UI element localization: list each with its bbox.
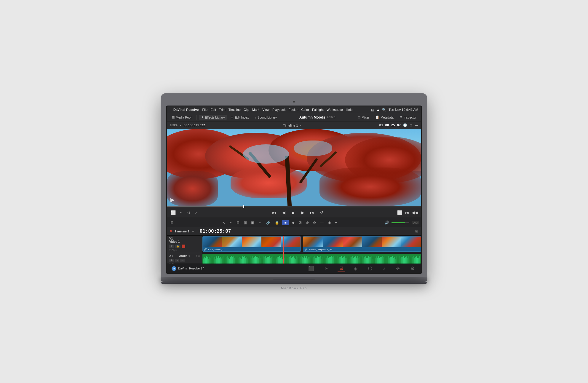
timeline-zoom-slider[interactable]: — [319,220,325,225]
menu-trim[interactable]: Trim [219,108,226,111]
svg-rect-27 [232,257,233,264]
media-pool-btn[interactable]: ▦ Media Pool [169,115,194,120]
menu-clip[interactable]: Clip [244,108,249,111]
media-pool-icon: ▦ [172,115,175,119]
svg-rect-152 [368,256,369,264]
menu-view[interactable]: View [262,108,269,111]
svg-rect-80 [290,256,291,264]
overwrite-btn[interactable]: ▣ [250,220,255,225]
tab-fusion[interactable]: ◈ [352,265,359,272]
zoom-fit-btn[interactable]: ⊠ [298,220,303,225]
workspace-tabs[interactable]: ⬛ ✂ ⊟ ◈ ⬡ ♪ ✈ ⚙ [306,265,416,272]
audio-clip-1[interactable]: // Generate waveform bars inline via scr… [202,254,421,264]
clock-display: Tue Nov 10 9:41 AM [389,108,418,111]
track-lock-btn[interactable]: 🔒 [175,245,180,248]
go-to-start-btn[interactable]: ⏮ [271,209,277,216]
audio-solo-btn[interactable]: S [175,259,179,262]
blade-tool-btn[interactable]: ✂ [228,220,234,225]
flag-btn[interactable]: ■ [282,220,289,225]
stop-btn[interactable]: ■ [290,209,296,216]
replace-btn[interactable]: ↔ [257,220,263,225]
progress-handle[interactable] [243,205,244,208]
menu-fusion[interactable]: Fusion [289,108,298,111]
svg-rect-37 [243,257,244,264]
viewer-options-icon[interactable]: ⊞ [410,123,412,127]
track-color-btn[interactable] [182,245,185,248]
video-clip-1[interactable]: 🔗 Intro_Series_1 [202,236,301,252]
link-btn[interactable]: 🔗 [265,220,272,225]
mixer-btn[interactable]: ⊞ Mixer [355,115,372,120]
play-btn[interactable]: ▶ [299,209,306,216]
effects-library-btn[interactable]: ✦ Effects Library [199,115,227,120]
menu-file[interactable]: File [202,108,207,111]
tab-settings[interactable]: ⚙ [409,265,416,272]
viewer-layout-btn[interactable]: ⬜ [396,209,403,216]
metadata-icon: 📋 [375,115,379,119]
loop-btn[interactable]: ↺ [318,209,325,216]
timeline-tab-name[interactable]: Timeline 1 [175,229,189,233]
timeline-add-btn[interactable]: + [192,229,194,234]
nav-next-btn[interactable]: ▷ [193,209,199,216]
svg-rect-188 [408,258,408,264]
tab-edit[interactable]: ⊟ [338,265,345,272]
menu-fairlight[interactable]: Fairlight [312,108,324,111]
inspector-btn[interactable]: ⚙ Inspector [397,115,419,120]
viewer-more-icon[interactable]: ••• [415,124,418,127]
track-eye-btn[interactable]: 👁 [169,245,174,248]
zoom-dropdown-icon[interactable]: ▾ [180,124,181,127]
menu-playback[interactable]: Playback [272,108,286,111]
monitor-btn[interactable]: ⬜ [170,209,176,216]
viewer-topbar-left: 100% ▾ 00:00:29:22 [170,123,205,127]
menu-edit[interactable]: Edit [210,108,216,111]
timecode-settings-icon[interactable]: 🕐 [403,123,407,127]
nav-prev-btn[interactable]: ◁ [185,209,192,216]
snapping-btn[interactable]: ◆ [291,220,296,225]
edit-index-btn[interactable]: ☰ Edit Index [228,115,251,120]
tab-deliver[interactable]: ✈ [394,265,402,272]
grid-view-btn[interactable]: ⊟ [169,220,175,225]
timeline-close-btn[interactable]: ✕ [170,229,172,233]
volume-slider[interactable] [392,222,409,223]
add-keyframe-btn[interactable]: + [334,220,338,225]
menu-timeline[interactable]: Timeline [229,108,241,111]
tab-color[interactable]: ⬡ [366,265,374,272]
menu-color[interactable]: Color [301,108,309,111]
lock-btn[interactable]: 🔒 [274,220,280,225]
svg-rect-58 [266,258,267,264]
tab-media[interactable]: ⬛ [306,265,316,272]
dynamic-trim-btn[interactable]: ⊞ [235,220,241,225]
timeline-expand-btn[interactable]: ⊞ [415,229,418,233]
tab-cut[interactable]: ✂ [323,265,330,272]
volume-fill [392,222,405,223]
menu-items[interactable]: File Edit Trim Timeline Clip Mark View P… [202,108,352,111]
thumb-2f [401,237,421,247]
audio-track-eye-btn[interactable]: 👁 [169,259,174,262]
play-next-btn[interactable]: ⏭ [309,209,315,216]
play-prev-btn[interactable]: ◀ [280,209,287,216]
monitor-dropdown-btn[interactable]: ▾ [178,209,184,216]
svg-rect-198 [418,258,419,264]
select-tool-btn[interactable]: ↖ [221,220,226,225]
play-overlay-btn[interactable]: ▶ [170,197,175,203]
insert-btn[interactable]: ▦ [242,220,248,225]
menu-workspace[interactable]: Workspace [327,108,343,111]
cinema-btn[interactable]: ◀◀ [412,209,418,216]
sound-library-btn[interactable]: ♪ Sound Library [252,115,279,120]
menu-help[interactable]: Help [346,108,353,111]
media-pool-label: Media Pool [176,116,191,119]
timeline-dropdown-icon[interactable]: ▾ [300,124,301,127]
zoom-out-btn[interactable]: ⊖ [312,220,317,225]
metadata-btn[interactable]: 📋 Metadata [373,115,396,120]
fullscreen-btn[interactable]: ⏭ [404,209,410,216]
video-clip-2[interactable]: 🔗 Reveal_Sequence_V3 [303,236,421,252]
audio-mute-btn[interactable]: M [180,259,185,262]
tab-fairlight[interactable]: ♪ [381,265,387,272]
svg-rect-45 [252,256,253,264]
zoom-in-btn[interactable]: ⊕ [305,220,310,225]
search-icon[interactable]: 🔍 [382,108,386,112]
zoom-level[interactable]: 100% [170,124,178,127]
menu-mark[interactable]: Mark [252,108,259,111]
keyframe-btn[interactable]: ◉ [327,220,332,225]
progress-bar-container[interactable] [167,206,421,207]
video-track-controls: 👁 🔒 [169,245,200,248]
